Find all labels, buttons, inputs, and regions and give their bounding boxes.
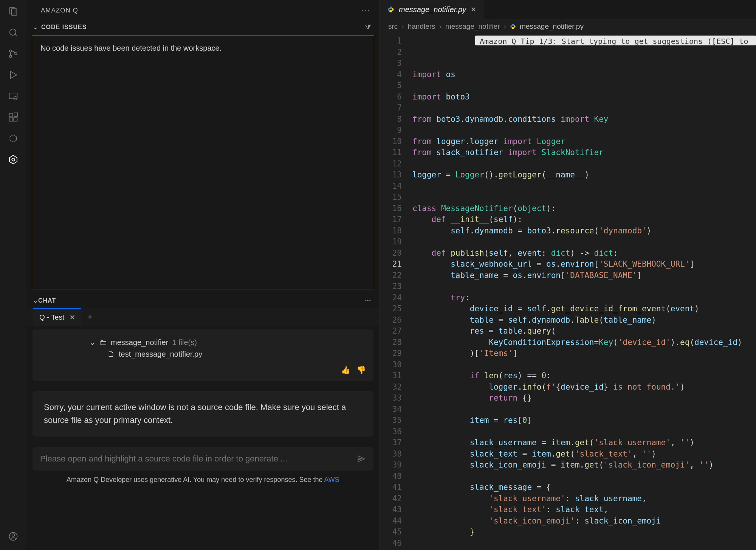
tree-file-name: test_message_notifier.py (119, 350, 202, 359)
send-icon[interactable] (357, 454, 366, 463)
code-issues-body: No code issues have been detected in the… (32, 35, 374, 289)
svg-point-18 (12, 534, 15, 536)
tree-folder-name: message_notifier (111, 338, 168, 347)
source-control-icon[interactable] (6, 47, 20, 61)
section-title: CHAT (38, 297, 56, 304)
svg-point-16 (12, 158, 15, 161)
svg-marker-7 (11, 71, 17, 79)
code-content[interactable]: Amazon Q Tip 1/3: Start typing to get su… (412, 34, 756, 550)
editor-tabs: message_notifier.py ✕ (380, 0, 756, 19)
svg-rect-1 (11, 9, 17, 16)
tree-file-row[interactable]: 🗋 test_message_notifier.py (40, 348, 366, 360)
svg-point-2 (10, 29, 16, 35)
close-icon[interactable]: ✕ (471, 5, 476, 14)
svg-marker-14 (10, 135, 16, 142)
chat-input[interactable] (40, 454, 352, 464)
chevron-down-icon: ⌄ (33, 298, 38, 304)
tree-file-count: 1 file(s) (172, 338, 197, 347)
editor-tab-message-notifier[interactable]: message_notifier.py ✕ (380, 0, 484, 19)
code-issues-text: No code issues have been detected in the… (40, 44, 222, 52)
chat-context-card: ⌄ 🗀 message_notifier 1 file(s) 🗋 test_me… (33, 329, 373, 381)
side-panel: AMAZON Q ··· ⌄CODE ISSUES ⧩ No code issu… (26, 0, 380, 550)
svg-rect-12 (14, 118, 17, 121)
panel-more-icon[interactable]: ··· (361, 6, 370, 16)
amazon-q-icon[interactable] (6, 153, 20, 166)
code-area[interactable]: 1234567891011121314151617181920212223242… (380, 34, 756, 550)
aws-link[interactable]: AWS (324, 476, 339, 483)
folder-icon: 🗀 (99, 338, 107, 347)
breadcrumb-item[interactable]: message_notifier (445, 22, 500, 31)
svg-marker-15 (9, 155, 17, 164)
breadcrumb-item[interactable]: handlers (408, 22, 435, 31)
chat-tab-q-test[interactable]: Q - Test ✕ (33, 308, 81, 326)
thumbs-up-icon[interactable]: 👍 (341, 365, 350, 374)
svg-point-6 (15, 53, 17, 55)
svg-rect-0 (10, 8, 15, 14)
section-title: CODE ISSUES (41, 24, 87, 31)
tree-folder-row[interactable]: ⌄ 🗀 message_notifier 1 file(s) (40, 336, 366, 348)
panel-header: AMAZON Q ··· (26, 0, 380, 21)
svg-rect-11 (9, 118, 13, 121)
chat-body: ⌄ 🗀 message_notifier 1 file(s) 🗋 test_me… (26, 326, 380, 550)
editor-tab-label: message_notifier.py (399, 5, 466, 14)
python-file-icon (510, 23, 516, 30)
line-gutter: 1234567891011121314151617181920212223242… (380, 34, 412, 550)
new-chat-tab-button[interactable]: + (81, 308, 99, 326)
disclaimer-text: Amazon Q Developer uses generative AI. Y… (67, 476, 324, 483)
svg-rect-10 (9, 113, 13, 117)
chevron-down-icon: ⌄ (89, 338, 96, 347)
svg-rect-13 (14, 113, 17, 116)
amazon-q-tip: Amazon Q Tip 1/3: Start typing to get su… (475, 36, 756, 45)
breadcrumb-item[interactable]: message_notifier.py (520, 22, 584, 31)
chat-more-icon[interactable]: ··· (365, 297, 371, 304)
svg-point-5 (9, 55, 12, 57)
thumbs-down-icon[interactable]: 👎 (356, 365, 366, 374)
breadcrumb[interactable]: src› handlers› message_notifier› message… (380, 19, 756, 34)
chat-disclaimer: Amazon Q Developer uses generative AI. Y… (33, 476, 373, 488)
chat-message: Sorry, your current active window is not… (33, 391, 373, 437)
panel-title: AMAZON Q (41, 7, 78, 14)
hexagon-icon[interactable] (6, 132, 20, 145)
chat-input-wrap (33, 447, 373, 471)
svg-point-9 (14, 96, 17, 100)
close-icon[interactable]: ✕ (70, 313, 75, 322)
svg-rect-8 (9, 93, 17, 99)
chevron-down-icon: ⌄ (33, 24, 38, 30)
editor: message_notifier.py ✕ src› handlers› mes… (380, 0, 756, 550)
search-icon[interactable] (6, 26, 20, 39)
chat-tabs: Q - Test ✕ + (26, 308, 380, 326)
breadcrumb-item[interactable]: src (388, 22, 398, 31)
code-issues-header[interactable]: ⌄CODE ISSUES ⧩ (26, 21, 380, 34)
accounts-icon[interactable] (6, 530, 20, 543)
svg-point-4 (9, 50, 12, 52)
run-debug-icon[interactable] (6, 68, 20, 82)
file-icon: 🗋 (107, 350, 115, 359)
remote-icon[interactable] (6, 89, 20, 103)
python-file-icon (387, 6, 394, 13)
chat-tab-label: Q - Test (39, 313, 64, 322)
chat-header[interactable]: ⌄CHAT ··· (26, 293, 380, 308)
activity-bar (0, 0, 26, 550)
chat-message-text: Sorry, your current active window is not… (44, 402, 346, 425)
filter-icon[interactable]: ⧩ (365, 23, 371, 31)
extensions-icon[interactable] (6, 110, 20, 124)
svg-line-3 (15, 34, 17, 37)
explorer-icon[interactable] (6, 5, 20, 18)
